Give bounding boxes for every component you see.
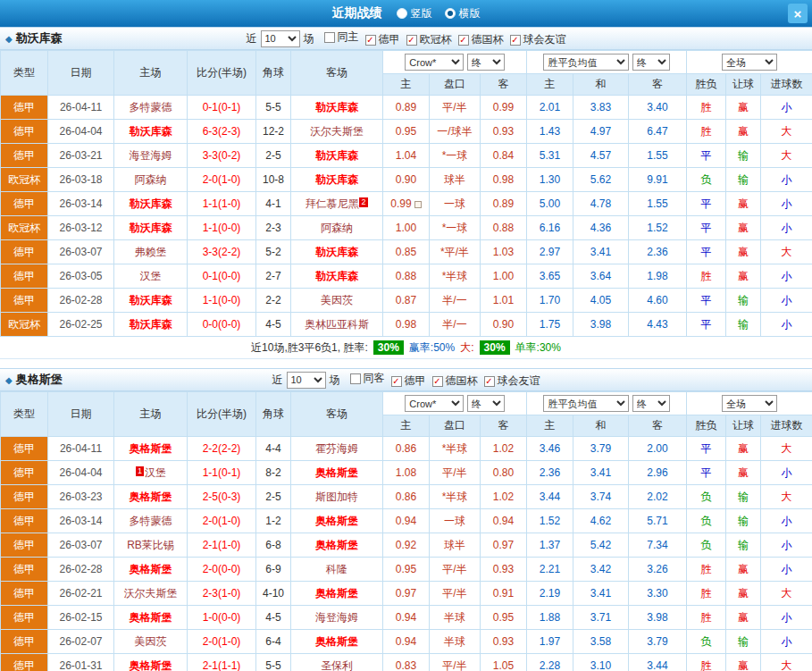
radio-icon[interactable]: [445, 8, 456, 19]
filter-checkbox[interactable]: ✓德甲: [365, 32, 400, 47]
filter-checkbox[interactable]: 同客: [350, 371, 385, 386]
score-link[interactable]: 1-1(0-1): [188, 461, 256, 485]
team-name[interactable]: 奥格斯堡: [315, 587, 358, 600]
match-row: 德甲26-03-07弗赖堡3-3(2-2)5-2勒沃库森0.85*平/半1.03…: [1, 240, 812, 264]
table-header-row-1: 类型 日期 主场 比分(半场) 角球 客场 Crow* 终 胜平负均值 终 全场: [1, 51, 812, 74]
filter-checkbox[interactable]: ✓球会友谊: [484, 373, 540, 389]
team-name[interactable]: 奥格斯堡: [315, 515, 358, 527]
score-link[interactable]: 2-0(1-0): [188, 509, 256, 533]
checkbox-icon[interactable]: [350, 373, 361, 384]
team-name[interactable]: 勒沃库森: [315, 270, 358, 282]
team-name[interactable]: 阿森纳: [321, 222, 353, 234]
layout-radio-option[interactable]: 横版: [445, 6, 481, 21]
team-name[interactable]: 奥格斯堡: [130, 491, 172, 503]
score-link[interactable]: 0-0(0-0): [188, 313, 256, 337]
checkbox-icon[interactable]: ✓: [458, 35, 469, 46]
team-name[interactable]: 海登海姆: [130, 149, 172, 162]
checkbox-icon[interactable]: [324, 32, 335, 43]
team-name[interactable]: 奥格斯堡: [130, 563, 172, 575]
score-link[interactable]: 3-3(2-2): [188, 240, 256, 264]
score-link[interactable]: 0-1(0-0): [188, 264, 256, 289]
bookmaker-select[interactable]: Crow*: [405, 54, 464, 71]
team-name[interactable]: 沃尔夫斯堡: [310, 125, 364, 138]
team-name[interactable]: 勒沃库森: [315, 101, 358, 113]
team-name[interactable]: 多特蒙德: [130, 515, 172, 527]
score-link[interactable]: 1-1(0-0): [188, 289, 256, 313]
filter-checkbox[interactable]: ✓德甲: [391, 373, 426, 389]
team-name[interactable]: 霍芬海姆: [315, 442, 358, 455]
team-name[interactable]: 圣保利: [321, 659, 353, 671]
scope-select[interactable]: 全场: [722, 395, 777, 412]
score-link[interactable]: 2-3(1-0): [188, 582, 256, 606]
score-link[interactable]: 2-2(2-2): [188, 437, 256, 461]
score-link[interactable]: 0-1(0-1): [188, 96, 256, 120]
team-name[interactable]: 勒沃库森: [130, 294, 172, 306]
final-odds-select[interactable]: 终: [467, 54, 505, 71]
team-name[interactable]: 拜仁慕尼黑: [305, 197, 358, 210]
filter-checkbox[interactable]: 同主: [324, 29, 359, 45]
team-name[interactable]: 奥格斯堡: [315, 466, 358, 479]
final-odds-select-2[interactable]: 终: [632, 395, 670, 412]
score-link[interactable]: 1-0(0-0): [188, 606, 256, 630]
close-icon[interactable]: ×: [788, 4, 808, 23]
team-name[interactable]: 美因茨: [321, 294, 353, 306]
score-link[interactable]: 3-3(0-2): [188, 144, 256, 168]
team-name[interactable]: 汉堡: [140, 270, 162, 282]
checkbox-icon[interactable]: ✓: [510, 35, 521, 46]
team-name[interactable]: 奥格斯堡: [130, 611, 172, 624]
team-name[interactable]: 海登海姆: [315, 611, 358, 624]
bookmaker-select[interactable]: Crow*: [405, 395, 464, 412]
odds-metric-select[interactable]: 胜平负均值: [543, 395, 629, 412]
team-name[interactable]: 多特蒙德: [130, 101, 172, 113]
odds-metric-select[interactable]: 胜平负均值: [543, 54, 629, 71]
checkbox-icon[interactable]: ✓: [406, 35, 417, 46]
filter-checkbox[interactable]: ✓德国杯: [458, 32, 504, 47]
trend-icon[interactable]: [414, 201, 422, 208]
checkbox-icon[interactable]: ✓: [484, 376, 495, 387]
checkbox-icon[interactable]: ✓: [365, 35, 376, 46]
score-link[interactable]: 2-0(1-0): [188, 630, 256, 654]
goals-cell: 大: [761, 120, 812, 144]
score-link[interactable]: 2-5(0-3): [188, 485, 256, 509]
team-name[interactable]: 奥格斯堡: [315, 635, 358, 648]
team-name[interactable]: 勒沃库森: [315, 173, 358, 186]
team-name[interactable]: 美因茨: [135, 635, 167, 648]
recent-count-select[interactable]: 10: [287, 372, 326, 389]
score-link[interactable]: 2-1(1-0): [188, 533, 256, 558]
team-name[interactable]: 沃尔夫斯堡: [124, 587, 178, 600]
team-name[interactable]: 勒沃库森: [130, 197, 172, 210]
col-eu-home: 主: [527, 74, 573, 96]
score-link[interactable]: 2-1(1-1): [188, 654, 256, 671]
score-link[interactable]: 2-0(0-0): [188, 558, 256, 582]
team-name[interactable]: RB莱比锡: [127, 539, 174, 551]
final-odds-select-2[interactable]: 终: [632, 54, 670, 71]
score-link[interactable]: 1-1(0-0): [188, 216, 256, 240]
checkbox-icon[interactable]: ✓: [432, 376, 443, 387]
team-name[interactable]: 奥格斯堡: [315, 539, 358, 551]
team-name[interactable]: 阿森纳: [135, 173, 167, 186]
team-name[interactable]: 勒沃库森: [130, 125, 172, 138]
filter-checkbox[interactable]: ✓欧冠杯: [406, 32, 452, 47]
team-name[interactable]: 弗赖堡: [135, 246, 167, 258]
team-name[interactable]: 奥林匹亚科斯: [305, 318, 369, 331]
final-odds-select[interactable]: 终: [467, 395, 505, 412]
team-name[interactable]: 奥格斯堡: [130, 442, 172, 455]
recent-count-select[interactable]: 10: [261, 30, 300, 47]
score-link[interactable]: 6-3(2-3): [188, 120, 256, 144]
team-name[interactable]: 斯图加特: [315, 491, 358, 503]
team-name[interactable]: 奥格斯堡: [130, 659, 172, 671]
layout-radio-option[interactable]: 竖版: [397, 6, 432, 21]
score-link[interactable]: 1-1(1-0): [188, 192, 256, 216]
radio-icon[interactable]: [397, 8, 407, 19]
team-name[interactable]: 汉堡: [145, 466, 166, 479]
filter-checkbox[interactable]: ✓德国杯: [432, 373, 478, 389]
score-link[interactable]: 2-0(1-0): [188, 168, 256, 192]
team-name[interactable]: 勒沃库森: [130, 318, 172, 331]
scope-select[interactable]: 全场: [722, 54, 777, 71]
team-name[interactable]: 勒沃库森: [130, 222, 172, 234]
team-name[interactable]: 科隆: [326, 563, 347, 575]
checkbox-icon[interactable]: ✓: [391, 376, 402, 387]
team-name[interactable]: 勒沃库森: [315, 246, 358, 258]
team-name[interactable]: 勒沃库森: [315, 149, 358, 162]
filter-checkbox[interactable]: ✓球会友谊: [510, 32, 566, 47]
